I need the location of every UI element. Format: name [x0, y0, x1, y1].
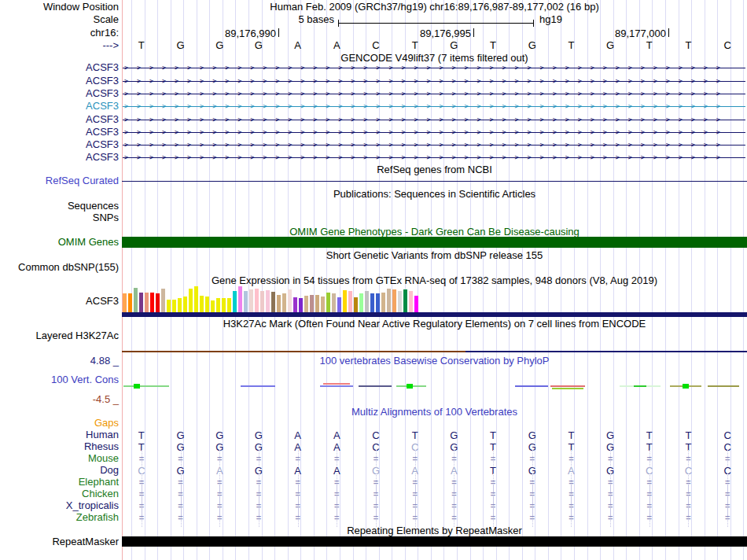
gtex-tissue-bar[interactable]: [244, 291, 248, 312]
gtex-tissue-bar[interactable]: [238, 286, 242, 312]
omim-track-title[interactable]: OMIM Gene Phenotypes - Dark Green Can Be…: [122, 227, 747, 238]
gtex-tissue-bar[interactable]: [167, 300, 171, 312]
gene-transcript[interactable]: >>>>>>>>>>>>>>>>>>>>>>>>>>>>>>>>>>>>>>>>…: [123, 113, 745, 126]
gtex-tissue-bar[interactable]: [348, 291, 352, 312]
gene-transcript[interactable]: >>>>>>>>>>>>>>>>>>>>>>>>>>>>>>>>>>>>>>>>…: [123, 126, 745, 138]
gtex-tissue-bar[interactable]: [255, 289, 259, 312]
gtex-tissue-bar[interactable]: [392, 289, 396, 312]
gtex-expression-bars[interactable]: [123, 286, 453, 312]
gtex-tissue-bar[interactable]: [216, 298, 220, 312]
gtex-tissue-bar[interactable]: [260, 291, 264, 312]
gtex-tissue-bar[interactable]: [183, 297, 187, 312]
gtex-tissue-bar[interactable]: [381, 293, 385, 312]
species-label-chicken: Chicken: [0, 488, 119, 499]
publications-track-title[interactable]: Publications: Sequences in Scientific Ar…: [122, 189, 747, 200]
gtex-tissue-bar[interactable]: [304, 296, 308, 312]
gene-transcript[interactable]: >>>>>>>>>>>>>>>>>>>>>>>>>>>>>>>>>>>>>>>>…: [123, 87, 745, 100]
base-letter: T: [669, 40, 708, 51]
alignment-row-x_tropicalis[interactable]: ================: [122, 500, 747, 512]
gtex-tissue-bar[interactable]: [282, 293, 286, 312]
species-label-x_tropicalis: X_tropicalis: [0, 500, 119, 511]
repeatmasker-item[interactable]: [122, 536, 747, 547]
gtex-tissue-bar[interactable]: [156, 293, 160, 312]
alignment-row-chicken[interactable]: ================: [122, 488, 747, 500]
gtex-tissue-bar[interactable]: [249, 289, 253, 312]
gtex-tissue-bar[interactable]: [365, 291, 369, 312]
gtex-tissue-bar[interactable]: [161, 289, 165, 312]
alignment-row-rhesus[interactable]: TGGGAACCGTGTGTTC: [122, 441, 747, 453]
alignment-row-elephant[interactable]: ================: [122, 477, 747, 488]
conservation-track-title[interactable]: 100 vertebrates Basewise Conservation by…: [122, 356, 747, 367]
gene-transcript[interactable]: >>>>>>>>>>>>>>>>>>>>>>>>>>>>>>>>>>>>>>>>…: [123, 61, 745, 74]
h3k27ac-signal[interactable]: [122, 351, 747, 352]
gtex-tissue-bar[interactable]: [299, 298, 303, 312]
alignment-cell: =: [161, 453, 201, 465]
omim-gene-item[interactable]: [122, 237, 747, 248]
gtex-tissue-bar[interactable]: [321, 297, 325, 312]
gtex-tissue-bar[interactable]: [222, 298, 226, 312]
alignment-cell: G: [239, 429, 278, 441]
gtex-tissue-bar[interactable]: [172, 300, 176, 312]
multiz-track-title[interactable]: Multiz Alignments of 100 Vertebrates: [122, 407, 747, 418]
gtex-tissue-bar[interactable]: [343, 290, 347, 312]
alignment-row-zebrafish[interactable]: ================: [122, 512, 747, 524]
dbsnp-track-title[interactable]: Short Genetic Variants from dbSNP releas…: [122, 250, 747, 261]
gtex-tissue-bar[interactable]: [337, 297, 341, 312]
gtex-tissue-bar[interactable]: [134, 288, 138, 312]
gtex-tissue-bar[interactable]: [205, 297, 209, 312]
gene-transcript[interactable]: >>>>>>>>>>>>>>>>>>>>>>>>>>>>>>>>>>>>>>>>…: [123, 138, 745, 151]
refseq-track-title[interactable]: RefSeq genes from NCBI: [122, 164, 747, 175]
refseq-curated-item[interactable]: [122, 181, 747, 182]
alignment-row-dog[interactable]: CGAGAAGAATGAGCCC: [122, 465, 747, 477]
gene-transcript[interactable]: >>>>>>>>>>>>>>>>>>>>>>>>>>>>>>>>>>>>>>>>…: [123, 100, 745, 112]
gtex-tissue-bar[interactable]: [271, 292, 275, 312]
alignment-cell: =: [356, 453, 396, 465]
gene-name-label: ACSF3: [0, 127, 119, 138]
gtex-track-title[interactable]: Gene Expression in 54 tissues from GTEx …: [122, 275, 747, 286]
alignment-cell: G: [161, 429, 201, 441]
alignment-cell: =: [239, 453, 278, 465]
gtex-tissue-bar[interactable]: [288, 289, 292, 312]
gtex-tissue-bar[interactable]: [315, 295, 319, 312]
alignment-row-mouse[interactable]: ================: [122, 453, 747, 465]
gene-transcript[interactable]: >>>>>>>>>>>>>>>>>>>>>>>>>>>>>>>>>>>>>>>>…: [123, 151, 745, 164]
gtex-tissue-bar[interactable]: [211, 300, 215, 312]
alignment-cell: =: [513, 453, 552, 465]
gtex-tissue-bar[interactable]: [178, 298, 182, 312]
gtex-tissue-bar[interactable]: [277, 295, 281, 312]
gtex-tissue-bar[interactable]: [354, 297, 358, 312]
gtex-tissue-bar[interactable]: [387, 289, 391, 312]
gtex-tissue-bar[interactable]: [403, 289, 407, 312]
gtex-tissue-bar[interactable]: [326, 293, 330, 312]
species-label-mouse: Mouse: [0, 453, 119, 464]
alignment-cell: =: [630, 512, 669, 524]
gtex-tissue-bar[interactable]: [139, 293, 143, 312]
gtex-tissue-bar[interactable]: [189, 289, 193, 312]
gtex-tissue-bar[interactable]: [150, 293, 154, 312]
scale-value: 5 bases: [220, 14, 334, 25]
gtex-tissue-bar[interactable]: [376, 293, 380, 312]
repeatmasker-track-title[interactable]: Repeating Elements by RepeatMasker: [122, 525, 747, 536]
gtex-tissue-bar[interactable]: [233, 291, 237, 312]
gtex-tissue-bar[interactable]: [414, 296, 418, 312]
gtex-tissue-bar[interactable]: [227, 298, 231, 312]
alignment-cell: A: [317, 429, 356, 441]
gtex-tissue-bar[interactable]: [145, 293, 149, 312]
gtex-tissue-bar[interactable]: [123, 293, 127, 312]
gene-transcript[interactable]: >>>>>>>>>>>>>>>>>>>>>>>>>>>>>>>>>>>>>>>>…: [123, 75, 745, 87]
gtex-tissue-bar[interactable]: [266, 290, 270, 312]
gtex-tissue-bar[interactable]: [370, 293, 374, 312]
gtex-tissue-bar[interactable]: [128, 293, 132, 312]
gene-name-label: ACSF3: [0, 114, 119, 125]
gtex-tissue-bar[interactable]: [332, 293, 336, 312]
gtex-tissue-bar[interactable]: [293, 297, 297, 312]
h3k27ac-track-title[interactable]: H3K27Ac Mark (Often Found Near Active Re…: [122, 319, 747, 330]
gtex-tissue-bar[interactable]: [310, 295, 314, 312]
gtex-tissue-bar[interactable]: [359, 293, 363, 312]
alignment-row-human[interactable]: TGGGAACTGTGTGTTC: [122, 429, 747, 441]
gtex-tissue-bar[interactable]: [409, 291, 413, 312]
gtex-tissue-bar[interactable]: [398, 291, 402, 312]
gtex-tissue-bar[interactable]: [194, 286, 198, 312]
alignment-cell: =: [396, 512, 435, 524]
gtex-tissue-bar[interactable]: [200, 296, 204, 312]
